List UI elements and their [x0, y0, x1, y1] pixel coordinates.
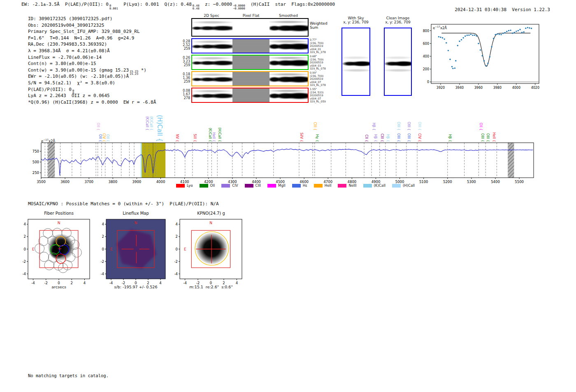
legend-item-Hε: Hε	[292, 183, 307, 188]
line-label-OIII: OIII {	[407, 133, 411, 142]
cutout-row	[191, 38, 309, 53]
line-label-OIII: OIII {	[407, 122, 411, 130]
svg-text:3960: 3960	[474, 86, 483, 90]
svg-text:N: N	[135, 221, 137, 225]
cutout-col-header: 2D Spec	[204, 14, 219, 18]
line-label-HCaII: (H)CaII {	[156, 115, 163, 142]
legend-item-CIII: CIII	[245, 183, 261, 188]
cutout-left-stats: 0.081.67278	[180, 89, 190, 100]
svg-text:0: 0	[102, 247, 104, 251]
line-label-SiII: SiII {	[193, 134, 197, 142]
svg-text:600: 600	[423, 42, 429, 46]
legend-swatch	[176, 184, 185, 188]
legend-item-Lyα: Lyα	[176, 183, 193, 188]
cutout-row	[191, 18, 309, 37]
svg-text:250: 250	[33, 171, 39, 175]
line-label-Hβ: Hβ {	[372, 123, 376, 130]
cutout-left-stats: 0.282.52259	[180, 39, 190, 51]
legend-swatch	[221, 184, 230, 188]
svg-text:-2: -2	[101, 260, 104, 264]
svg-text:0: 0	[24, 247, 26, 251]
lineflux-map-panel: -4-4-2-2002244NE	[91, 217, 172, 285]
cutout-row	[191, 88, 309, 103]
line-label-Hβ: Hβ {	[374, 134, 377, 142]
footer-note: No matching targets in catalog. Row inte…	[28, 360, 109, 392]
detection-info-block: ID: 3090172325 (3090172325.pdf)Obs: 2020…	[28, 16, 156, 106]
svg-text:2: 2	[24, 234, 26, 239]
header-timestamp: 2024-12-31 03:40:38 Version 1.22.3	[444, 2, 550, 18]
legend-swatch	[200, 184, 208, 188]
svg-text:800: 800	[423, 29, 429, 33]
footer-line-1: No matching targets in catalog.	[28, 373, 109, 379]
svg-text:3940: 3940	[455, 86, 464, 90]
cutout-row	[191, 55, 309, 70]
spec-2d-strip	[192, 72, 232, 86]
line-label-OII: OII {	[106, 134, 109, 142]
line-label-OII: OII {	[96, 123, 100, 130]
spec-2d-strip	[192, 39, 232, 53]
svg-text:4: 4	[102, 222, 104, 226]
info-line: Primary Spec_Slot_IFU_AMP: 329_088_029_R…	[28, 29, 156, 35]
cutout-right-meta: 1.55"(234, 533)20200519v004_07329_RL_059	[310, 88, 326, 104]
svg-text:200: 200	[423, 67, 429, 71]
fiber-positions-title: Fiber Positions	[44, 211, 74, 216]
legend-item-KCaII: (K)CaII	[363, 183, 386, 188]
cutout-col-header: Pixel Flat	[243, 14, 259, 18]
spec-2d-strip	[269, 88, 308, 102]
info-line: P(LAE)/P(OII): 000	[28, 87, 156, 93]
line-label-CIV: CIV {	[102, 133, 106, 142]
spec-2d-strip	[192, 88, 232, 102]
kpno-image-panel: -4-4-2-2002244NE	[165, 217, 249, 285]
line-label-OIII: OIII {	[397, 133, 400, 142]
svg-text:3800: 3800	[109, 180, 118, 184]
fiber-positions-panel: -4-4-2-2002244NE	[12, 217, 97, 285]
svg-text:-4: -4	[31, 281, 35, 285]
spec-2d-strip	[269, 39, 308, 53]
legend-swatch	[292, 184, 301, 188]
line-label-OII: OII {	[479, 123, 483, 130]
svg-text:2: 2	[102, 234, 104, 239]
svg-text:5500: 5500	[515, 180, 524, 184]
svg-text:5200: 5200	[443, 180, 452, 184]
spec-2d-strip	[269, 56, 308, 69]
info-line: LineFlux = -2.70(±0.06)e-14	[28, 55, 156, 61]
legend-item-HeII: HeII	[314, 183, 332, 188]
svg-text:-4: -4	[174, 272, 178, 276]
cutout-right-meta: 0.77"(236, 709)20200519v004_01329_RL_078	[310, 39, 326, 54]
cutout-right-meta: 0.99"(236, 709)20200519v004_07329_RL_078	[310, 72, 326, 87]
svg-text:3980: 3980	[493, 86, 502, 90]
svg-text:750: 750	[33, 149, 39, 153]
spec-2d-strip	[192, 19, 232, 36]
svg-text:3700: 3700	[84, 180, 93, 184]
svg-text:5100: 5100	[419, 180, 428, 184]
svg-text:4: 4	[176, 222, 178, 226]
info-line: Obs: 20200519v004_3090172325	[28, 23, 156, 29]
cutout-col-header: Smoothed	[279, 14, 298, 18]
spec-2d-strip	[232, 19, 269, 36]
legend-swatch	[314, 184, 323, 188]
cutout-row	[191, 71, 309, 86]
svg-text:3900: 3900	[132, 180, 142, 184]
line-label-CII: CII {	[365, 135, 368, 142]
svg-text:4: 4	[236, 281, 238, 285]
info-line: ID: 3090172325 (3090172325.pdf)	[28, 16, 156, 23]
line-label-KCaII: (K)CaII {	[208, 128, 212, 142]
svg-text:400: 400	[423, 55, 429, 58]
spec-2d-strip	[232, 88, 269, 102]
report-page: EW: -2.1±-3.5Å P(LAE)/P(OII): 000.001 P(…	[0, 0, 576, 392]
svg-text:4000: 4000	[512, 86, 520, 90]
line-label-OIII: OIII {	[418, 122, 421, 130]
svg-text:4020: 4020	[531, 86, 539, 90]
svg-text:E: E	[110, 247, 113, 251]
main-spectrum-plot: 2505007503500360037003800390040004100420…	[36, 109, 546, 191]
cutout-left-stats: 0.263.23259	[180, 56, 190, 67]
svg-text:0: 0	[427, 80, 429, 84]
spec-2d-strip	[232, 56, 269, 69]
line-label-CIII: CIII {	[380, 134, 384, 142]
spec-2d-strip	[232, 72, 269, 86]
svg-text:4: 4	[24, 222, 26, 226]
svg-text:4: 4	[159, 281, 161, 285]
legend-swatch	[245, 184, 253, 188]
line-label-HeII: HeII {	[492, 132, 496, 142]
sky-panel-title: With Skyx, y: 236, 709	[343, 16, 369, 24]
